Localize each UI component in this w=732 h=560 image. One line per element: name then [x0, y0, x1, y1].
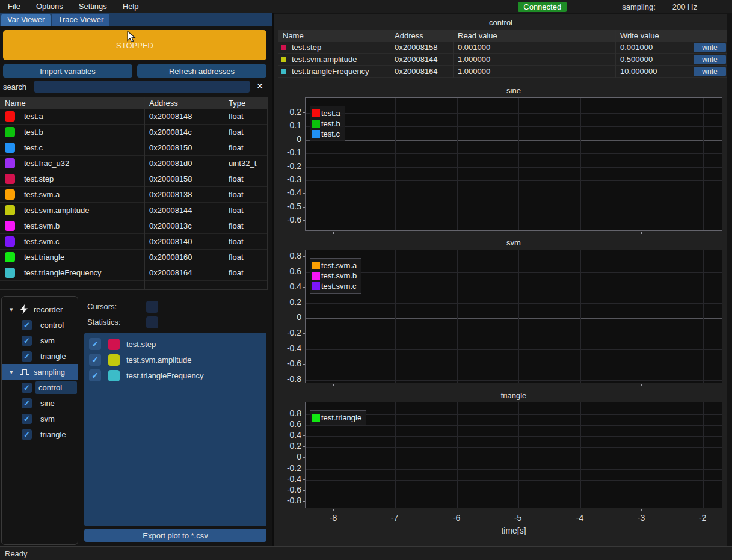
variable-color-swatch[interactable]	[5, 252, 15, 262]
variable-row[interactable]: test.svm.amplitude0x20008144float	[0, 203, 268, 218]
col-header-address[interactable]: Address	[144, 99, 224, 108]
menu-file[interactable]: File	[0, 0, 28, 13]
selected-variable-row[interactable]: ✓test.svm.amplitude	[84, 352, 266, 368]
variable-color-swatch[interactable]	[5, 236, 15, 247]
variable-row[interactable]: test.step0x20008158float	[0, 171, 268, 187]
variable-name: test.frac_u32	[24, 159, 69, 168]
legend-entry[interactable]: test.svm.b	[312, 271, 357, 281]
search-input[interactable]	[34, 81, 250, 93]
control-table-row[interactable]: test.step0x200081580.0010000.001000write	[278, 42, 727, 54]
legend-entry[interactable]: test.svm.a	[312, 260, 357, 271]
variable-row[interactable]: test.frac_u320x200081d0uint32_t	[0, 156, 268, 171]
y-tick-label: -0.8	[275, 496, 301, 505]
variable-color-swatch[interactable]	[108, 339, 120, 350]
write-button[interactable]: write	[694, 67, 726, 76]
variable-color-swatch[interactable]	[108, 354, 120, 366]
tree-item-recorder-control[interactable]: ✓control	[2, 317, 78, 333]
x-tick-mark	[457, 509, 457, 511]
checkbox-checked[interactable]: ✓	[89, 354, 101, 366]
checkbox-checked[interactable]: ✓	[22, 414, 32, 424]
write-value[interactable]: 0.500000	[620, 55, 653, 64]
variable-address: 0x20008164	[390, 67, 453, 76]
write-button[interactable]: write	[694, 55, 726, 64]
legend-entry[interactable]: test.b	[312, 118, 340, 129]
variable-row[interactable]: test.b0x2000814cfloat	[0, 125, 268, 140]
y-tick-label: 0.6	[275, 266, 301, 276]
selected-variable-row[interactable]: ✓test.step	[84, 336, 266, 352]
variable-color-swatch[interactable]	[5, 158, 15, 168]
variable-color-swatch[interactable]	[108, 370, 120, 381]
legend-entry[interactable]: test.a	[312, 108, 340, 118]
refresh-addresses-button[interactable]: Refresh addresses	[137, 64, 266, 78]
tree-item-sampling-sine[interactable]: ✓sine	[2, 395, 78, 411]
tree-item-sampling-triangle[interactable]: ✓triangle	[2, 426, 78, 442]
tree-item-sampling-svm[interactable]: ✓svm	[2, 411, 78, 426]
menu-help[interactable]: Help	[115, 0, 147, 13]
checkbox-checked[interactable]: ✓	[89, 369, 101, 381]
tab-var-viewer[interactable]: Var Viewer	[1, 14, 51, 26]
gridline	[518, 250, 519, 383]
tab-trace-viewer[interactable]: Trace Viewer	[52, 14, 109, 26]
cursors-checkbox[interactable]	[146, 301, 158, 313]
checkbox-checked[interactable]: ✓	[22, 351, 32, 362]
chart-plot-sine[interactable]	[305, 97, 722, 231]
checkbox-checked[interactable]: ✓	[22, 383, 32, 393]
expand-arrow-icon[interactable]: ▾	[10, 306, 17, 313]
expand-arrow-icon[interactable]: ▾	[10, 368, 17, 376]
checkbox-checked[interactable]: ✓	[89, 338, 101, 350]
selected-variable-row[interactable]: ✓test.triangleFrequency	[84, 368, 266, 383]
variable-row[interactable]: test.svm.c0x20008140float	[0, 234, 268, 250]
checkbox-checked[interactable]: ✓	[22, 398, 32, 408]
variable-color-swatch[interactable]	[5, 221, 15, 231]
variable-type: float	[224, 128, 268, 137]
import-variables-button[interactable]: Import variables	[3, 64, 132, 78]
col-header-type[interactable]: Type	[224, 99, 268, 108]
checkbox-checked[interactable]: ✓	[22, 429, 32, 440]
legend-entry[interactable]: test.triangle	[312, 413, 361, 423]
variable-color-swatch[interactable]	[5, 127, 15, 137]
legend-entry[interactable]: test.svm.c	[312, 281, 357, 291]
variable-row[interactable]: test.triangle0x20008160float	[0, 250, 268, 265]
table-scrollbar[interactable]	[267, 97, 268, 289]
menu-settings[interactable]: Settings	[71, 0, 115, 13]
chart-plot-svm[interactable]	[305, 250, 722, 383]
export-csv-button[interactable]: Export plot to *.csv	[84, 529, 266, 542]
write-button[interactable]: write	[694, 43, 726, 52]
control-table-row[interactable]: test.svm.amplitude0x200081441.0000000.50…	[278, 54, 727, 66]
sampling-rate-value[interactable]: 200 Hz	[672, 2, 697, 11]
variable-row[interactable]: test.c0x20008150float	[0, 140, 268, 156]
write-value[interactable]: 0.001000	[620, 43, 653, 52]
col-header-read-value[interactable]: Read value	[453, 31, 615, 40]
chart-plot-triangle[interactable]	[305, 402, 722, 508]
variable-row[interactable]: test.triangleFrequency0x20008164float	[0, 265, 268, 281]
variable-color-swatch[interactable]	[5, 268, 15, 278]
variable-color-swatch[interactable]	[5, 143, 15, 153]
statistics-checkbox[interactable]	[146, 316, 158, 328]
write-value[interactable]: 10.000000	[620, 67, 657, 76]
checkbox-checked[interactable]: ✓	[22, 320, 32, 330]
variable-color-swatch[interactable]	[5, 111, 15, 122]
search-clear-icon[interactable]: ✕	[255, 81, 265, 91]
menu-options[interactable]: Options	[28, 0, 71, 13]
x-tick-mark	[641, 232, 642, 234]
chart-title-svm: svm	[305, 238, 722, 247]
control-table-row[interactable]: test.triangleFrequency0x200081641.000000…	[278, 66, 727, 78]
variable-row[interactable]: test.svm.b0x2000813cfloat	[0, 218, 268, 234]
tree-item-recorder-svm[interactable]: ✓svm	[2, 333, 78, 348]
variable-row[interactable]: test.svm.a0x20008138float	[0, 187, 268, 203]
checkbox-checked[interactable]: ✓	[22, 336, 32, 346]
col-header-write-value[interactable]: Write value	[615, 31, 727, 40]
col-header-address[interactable]: Address	[390, 31, 453, 40]
tree-group-sampling[interactable]: ▾sampling	[2, 364, 78, 380]
legend-entry[interactable]: test.c	[312, 129, 340, 139]
variable-color-swatch[interactable]	[5, 205, 15, 215]
tree-item-recorder-triangle[interactable]: ✓triangle	[2, 348, 78, 364]
variable-color-swatch[interactable]	[5, 174, 15, 184]
tree-item-sampling-control[interactable]: ✓control	[2, 380, 78, 395]
col-header-name[interactable]: Name	[278, 31, 390, 40]
variable-color-swatch[interactable]	[5, 189, 15, 200]
tree-group-recorder[interactable]: ▾recorder	[2, 301, 78, 317]
variable-row[interactable]: test.a0x20008148float	[0, 109, 268, 125]
col-header-name[interactable]: Name	[0, 99, 144, 108]
y-tick-mark	[303, 501, 305, 502]
